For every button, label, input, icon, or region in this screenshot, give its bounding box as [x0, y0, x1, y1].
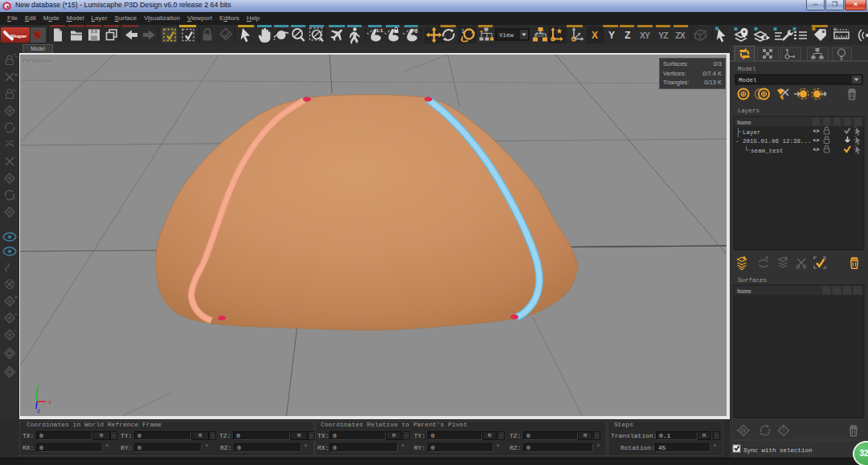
svg-text:Z: Z — [624, 30, 630, 41]
svg-text:Layers: Layers — [738, 108, 760, 114]
svg-text:1:1: 1:1 — [376, 28, 383, 33]
svg-text:?: ? — [782, 428, 785, 434]
svg-text:x: x — [48, 399, 51, 406]
svg-text:X: X — [592, 30, 598, 41]
svg-text:Model: Model — [739, 77, 757, 84]
svg-text:Shaper: Shaper — [10, 34, 27, 39]
svg-text:z: z — [37, 408, 40, 414]
svg-text:Name: Name — [737, 120, 751, 126]
svg-text:View: View — [499, 32, 514, 39]
svg-text:F6: F6 — [411, 28, 418, 34]
svg-text:YZ: YZ — [658, 31, 669, 40]
svg-text:ZX: ZX — [675, 31, 685, 40]
svg-text:Name: Name — [737, 288, 751, 295]
svg-text:XY: XY — [640, 31, 650, 40]
svg-text:Y: Y — [608, 30, 615, 41]
svg-text:1: 1 — [461, 28, 465, 34]
svg-text:Model: Model — [738, 66, 756, 72]
svg-text:seam_test: seam_test — [751, 148, 784, 154]
svg-text:Surfaces: Surfaces — [738, 277, 767, 283]
svg-text:Layer: Layer — [743, 129, 761, 136]
svg-text:- 2015.01.06 12:38...: - 2015.01.06 12:38... — [735, 138, 812, 145]
svg-text:Sync with selection: Sync with selection — [743, 447, 813, 454]
